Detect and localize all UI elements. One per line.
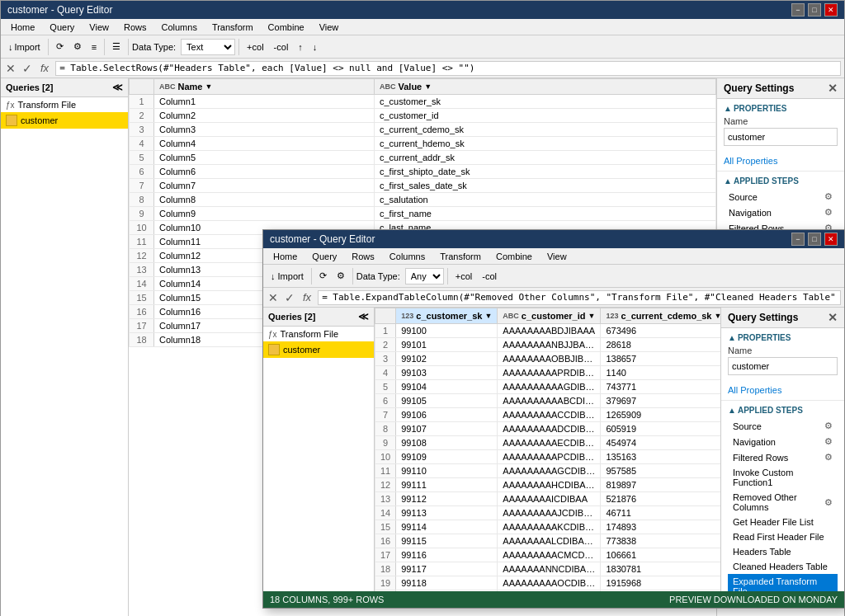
inner-applied-step[interactable]: Read First Header File [728,529,838,544]
inner-step-gear-icon[interactable]: ⚙ [824,452,833,463]
inner-applied-step[interactable]: Removed Other Columns⚙ [728,490,838,515]
formula-input[interactable] [55,61,841,76]
inner-table-row[interactable]: 18 99117 AAAAAAANNCDIBAAA 1830781 843 [375,562,721,576]
inner-table-row[interactable]: 8 99107 AAAAAAAAADCDIBAAA 605919 4502 [375,422,721,436]
inner-formula-confirm[interactable]: ✓ [283,291,296,304]
menu-view[interactable]: View [83,21,116,34]
inner-queries-close[interactable]: ≪ [358,311,369,322]
inner-step-gear-icon[interactable]: ⚙ [824,421,833,431]
inner-props-btn[interactable]: ⚙ [333,267,349,285]
query-item-customer[interactable]: customer [1,112,128,129]
table-row[interactable]: 5 Column5 c_current_addr_sk [130,151,716,165]
inner-add-col-btn[interactable]: +col [451,267,477,285]
inner-remove-col-btn[interactable]: -col [478,267,501,285]
applied-step[interactable]: Source⚙ [724,189,838,205]
table-row[interactable]: 4 Column4 c_current_hdemo_sk [130,137,716,151]
inner-col-header-c3[interactable]: 123 c_current_cdemo_sk ▼ [601,308,720,324]
menu-view2[interactable]: View [313,21,346,34]
inner-minimize-button[interactable]: − [791,233,805,246]
inner-menu-rows[interactable]: Rows [345,250,381,263]
step-gear-icon[interactable]: ⚙ [824,191,833,202]
table-row[interactable]: 3 Column3 c_current_cdemo_sk [130,123,716,137]
inner-formula-cancel[interactable]: ✕ [267,291,280,304]
import-button[interactable]: ↓ Import [4,38,45,56]
inner-table-row[interactable]: 19 99118 AAAAAAAAAOCDIBAAA 1915968 4864 [375,576,721,590]
inner-table-row[interactable]: 5 99104 AAAAAAAAAAGDIBAAA 743771 6462 [375,380,721,394]
inner-query-transform[interactable]: ƒx Transform File [263,327,374,341]
inner-col-header-c1[interactable]: 123 c_customer_sk ▼ [396,308,498,324]
table-row[interactable]: 7 Column7 c_first_sales_date_sk [130,179,716,193]
inner-applied-step[interactable]: Get Header File List [728,515,838,529]
inner-col-header-c2[interactable]: ABC c_customer_id ▼ [498,308,601,324]
menu-home[interactable]: Home [4,21,41,34]
inner-menu-columns[interactable]: Columns [383,250,432,263]
menu-rows[interactable]: Rows [117,21,153,34]
inner-applied-step[interactable]: Navigation⚙ [728,434,838,449]
menu-combine[interactable]: Combine [262,21,311,34]
inner-qs-close[interactable]: ✕ [828,311,838,324]
close-button[interactable]: ✕ [824,3,838,16]
inner-formula-input[interactable] [318,290,841,305]
qs-name-input[interactable] [724,128,838,146]
inner-applied-step[interactable]: Cleaned Headers Table [728,559,838,574]
menu-columns[interactable]: Columns [154,21,203,34]
qs-close-button[interactable]: ✕ [828,82,838,95]
inner-data-type-select[interactable]: Any Text [405,268,444,284]
inner-maximize-button[interactable]: □ [808,233,821,246]
inner-menu-query[interactable]: Query [305,250,343,263]
inner-applied-step[interactable]: Invoke Custom Function1 [728,465,838,490]
inner-table-row[interactable]: 9 99108 AAAAAAAAAECDIBAAA 454974 2441 [375,436,721,450]
table-row[interactable]: 2 Column2 c_customer_id [130,109,716,123]
inner-step-gear-icon[interactable]: ⚙ [824,436,833,447]
inner-refresh-btn[interactable]: ⟳ [315,267,331,285]
col-filter-value[interactable]: ▼ [424,82,432,91]
inner-qs-all-props-link[interactable]: All Properties [728,385,781,395]
inner-table-row[interactable]: 2 99101 AAAAAAAANBJJBAAA 28618 4844 [375,338,721,352]
inner-applied-step[interactable]: Headers Table [728,544,838,559]
inner-table-row[interactable]: 14 99113 AAAAAAAAAJCDIBAAA 46711 4671 [375,506,721,520]
properties-button[interactable]: ⚙ [69,38,86,56]
inner-applied-step[interactable]: Filtered Rows⚙ [728,449,838,465]
refresh-button[interactable]: ⟳ [52,38,68,56]
menu-query[interactable]: Query [43,21,81,34]
inner-col-filter-c1[interactable]: ▼ [484,312,492,320]
inner-menu-home[interactable]: Home [267,250,304,263]
inner-query-customer[interactable]: customer [263,341,374,358]
applied-step[interactable]: Navigation⚙ [724,205,838,220]
col-header-name[interactable]: ABC Name ▼ [154,79,375,95]
inner-table-row[interactable]: 13 99112 AAAAAAAAICDIBAA 521876 4269 [375,492,721,506]
inner-applied-step[interactable]: Expanded Transform File [728,574,838,591]
data-type-select[interactable]: Text Any Number [181,39,235,55]
col-header-value[interactable]: ABC Value ▼ [374,79,715,95]
query-item-transform[interactable]: ƒx Transform File [1,97,128,112]
inner-menu-view[interactable]: View [541,250,574,263]
table-row[interactable]: 8 Column8 c_salutation [130,193,716,207]
table-row[interactable]: 9 Column9 c_first_name [130,207,716,221]
inner-data-grid-container[interactable]: 123 c_customer_sk ▼ ABC c_customer_id ▼ [375,308,720,591]
inner-table-row[interactable]: 12 99111 AAAAAAAAHCDIBAAA 819897 2842 [375,478,721,492]
manage-button[interactable]: ☰ [108,38,125,56]
inner-step-gear-icon[interactable]: ⚙ [824,497,833,508]
table-row[interactable]: 6 Column6 c_first_shipto_date_sk [130,165,716,179]
remove-column-button[interactable]: -col [270,38,293,56]
inner-col-filter-c3[interactable]: ▼ [714,312,720,320]
inner-table-row[interactable]: 4 99103 AAAAAAAAAPRDIBAAA 1140 5886 [375,366,721,380]
queries-panel-close[interactable]: ≪ [112,82,123,93]
inner-menu-combine[interactable]: Combine [489,250,539,263]
maximize-button[interactable]: □ [808,3,821,16]
inner-col-filter-c2[interactable]: ▼ [588,312,595,320]
inner-menu-transform[interactable]: Transform [433,250,488,263]
formula-cancel[interactable]: ✕ [4,62,17,75]
inner-table-row[interactable]: 1 99100 AAAAAAAABDJIBAAA 673496 3031 [375,324,721,338]
inner-close-button[interactable]: ✕ [824,233,838,246]
inner-table-row[interactable]: 7 99106 AAAAAAAAACCDIBAAA 1265909 4026 [375,408,721,422]
advanced-button[interactable]: ≡ [87,38,101,56]
inner-table-row[interactable]: 10 99109 AAAAAAAAAPCDIBAAA 135163 6804 [375,450,721,464]
move-down-button[interactable]: ↓ [309,38,322,56]
inner-table-row[interactable]: 6 99105 AAAAAAAAAABCDIBAAA 379697 8847 [375,394,721,408]
inner-qs-name-input[interactable] [728,357,838,375]
table-row[interactable]: 1 Column1 c_customer_sk [130,95,716,109]
inner-table-row[interactable]: 11 99110 AAAAAAAAAGCDIBAAA 957585 770 [375,464,721,478]
inner-applied-step[interactable]: Source⚙ [728,418,838,434]
menu-transform[interactable]: Transform [205,21,260,34]
